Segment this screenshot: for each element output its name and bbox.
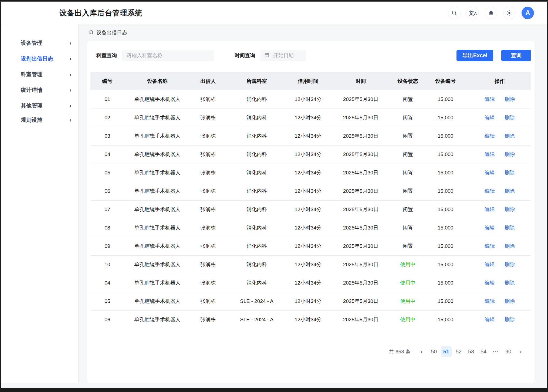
device-name: 单孔腔镜手术机器人	[124, 109, 191, 127]
theme-brightness-icon	[506, 10, 512, 16]
calendar-icon	[264, 52, 269, 59]
edit-link[interactable]: 编辑	[485, 170, 495, 175]
delete-link[interactable]: 删除	[505, 225, 515, 231]
sidebar-item-6[interactable]: 规则设施›	[1, 113, 78, 126]
page-button-53[interactable]: 53	[466, 346, 476, 357]
chevron-right-icon: ›	[70, 102, 71, 109]
status-badge: 使用中	[393, 255, 422, 274]
sidebar-item-2[interactable]: 设别出借日志›	[1, 51, 78, 66]
edit-link[interactable]: 编辑	[485, 133, 495, 139]
borrow-duration: 12小时34分	[288, 219, 328, 237]
edit-link[interactable]: 编辑	[485, 188, 495, 194]
column-header: 出借人	[190, 72, 226, 90]
delete-link[interactable]: 删除	[505, 151, 515, 157]
sidebar-item-4[interactable]: 统计详情›	[1, 82, 78, 98]
edit-link[interactable]: 编辑	[485, 115, 495, 120]
notifications-button[interactable]	[485, 7, 497, 19]
borrower: 张润栋	[190, 164, 226, 182]
device-number: 15,000	[422, 182, 468, 200]
sidebar-item-label: 统计详情	[21, 86, 42, 94]
sidebar-item-label: 规则设施	[21, 116, 42, 124]
delete-link[interactable]: 删除	[505, 298, 515, 304]
delete-link[interactable]: 删除	[505, 262, 515, 267]
delete-link[interactable]: 删除	[505, 207, 515, 212]
row-id: 04	[90, 274, 124, 292]
translate-button[interactable]: 文A	[466, 7, 479, 19]
theme-button[interactable]	[503, 7, 516, 19]
borrower: 张润栋	[190, 219, 226, 237]
device-number: 15,000	[422, 274, 468, 292]
prev-page-button[interactable]: ‹	[416, 346, 427, 357]
delete-link[interactable]: 删除	[505, 280, 515, 286]
borrower: 张润栋	[190, 182, 226, 200]
header-actions: 文A	[448, 7, 534, 19]
edit-link[interactable]: 编辑	[485, 243, 495, 249]
edit-link[interactable]: 编辑	[485, 317, 495, 322]
sidebar-item-5[interactable]: 其他管理›	[1, 98, 78, 113]
borrow-date: 2025年5月30日	[328, 310, 393, 329]
row-id: 06	[90, 182, 124, 200]
borrower: 张润栋	[190, 310, 226, 329]
device-name: 单孔腔镜手术机器人	[124, 90, 191, 109]
delete-link[interactable]: 删除	[505, 96, 515, 102]
start-date-picker[interactable]: 开始日期	[261, 50, 306, 61]
column-header: 设备状态	[393, 72, 422, 90]
delete-link[interactable]: 删除	[505, 133, 515, 139]
sidebar-item-1[interactable]: 设备管理›	[1, 35, 78, 51]
row-actions: 编辑删除	[468, 145, 531, 164]
page-button-50[interactable]: 50	[428, 346, 439, 357]
query-button[interactable]: 查询	[501, 50, 531, 61]
edit-link[interactable]: 编辑	[485, 262, 495, 267]
borrower: 张润栋	[190, 292, 226, 310]
device-name: 单孔腔镜手术机器人	[124, 200, 191, 219]
search-button[interactable]	[448, 7, 461, 19]
time-query-label: 时间查询	[235, 52, 255, 59]
dept-query-label: 科室查询	[96, 52, 117, 59]
next-page-button[interactable]: ›	[515, 346, 526, 357]
row-id: 07	[90, 200, 124, 219]
chevron-right-icon: ›	[70, 71, 71, 77]
sidebar-item-label: 其他管理	[21, 102, 42, 109]
row-actions: 编辑删除	[468, 182, 531, 200]
row-actions: 编辑删除	[468, 127, 531, 145]
delete-link[interactable]: 删除	[505, 317, 515, 322]
dept-search-input[interactable]	[122, 50, 214, 61]
row-id: 01	[90, 90, 124, 109]
page-button-54[interactable]: 54	[478, 346, 489, 357]
table-row: 01单孔腔镜手术机器人张润栋消化内科12小时34分2025年5月30日闲置15,…	[90, 90, 531, 109]
edit-link[interactable]: 编辑	[485, 207, 495, 212]
delete-link[interactable]: 删除	[505, 243, 515, 249]
main-content: 设备出借日志 科室查询 时间查询	[79, 24, 547, 383]
delete-link[interactable]: 删除	[505, 115, 515, 120]
page-list: 5051525354•••90	[428, 346, 514, 357]
device-number: 15,000	[422, 90, 468, 109]
sidebar-item-3[interactable]: 科室管理›	[1, 66, 78, 82]
borrower: 张润栋	[190, 145, 226, 164]
row-id: 04	[90, 145, 124, 164]
page-button-52[interactable]: 52	[453, 346, 464, 357]
delete-link[interactable]: 删除	[505, 188, 515, 194]
row-actions: 编辑删除	[468, 237, 531, 255]
delete-link[interactable]: 删除	[505, 170, 515, 175]
edit-link[interactable]: 编辑	[485, 225, 495, 231]
table-row: 10单孔腔镜手术机器人张润栋消化内科12小时34分2025年5月30日使用中15…	[90, 255, 531, 274]
column-header: 借用时间	[288, 72, 328, 90]
device-name: 单孔腔镜手术机器人	[124, 255, 191, 274]
user-avatar[interactable]: A	[522, 7, 534, 19]
row-id: 02	[90, 109, 124, 127]
row-id: 03	[90, 127, 124, 145]
edit-link[interactable]: 编辑	[485, 151, 495, 157]
borrow-date: 2025年5月30日	[328, 219, 393, 237]
page-button-51[interactable]: 51	[441, 346, 452, 357]
row-actions: 编辑删除	[468, 200, 531, 219]
export-excel-button[interactable]: 导出Excel	[456, 50, 493, 61]
borrow-duration: 12小时34分	[288, 255, 328, 274]
department: 消化内科	[226, 127, 288, 145]
department: 消化内科	[226, 90, 288, 109]
search-icon	[451, 10, 457, 16]
edit-link[interactable]: 编辑	[485, 298, 495, 304]
edit-link[interactable]: 编辑	[485, 96, 495, 102]
page-button-90[interactable]: 90	[503, 346, 514, 357]
edit-link[interactable]: 编辑	[485, 280, 495, 286]
table-row: 05单孔腔镜手术机器人张润栋消化内科12小时34分2025年5月30日闲置15,…	[90, 164, 531, 182]
